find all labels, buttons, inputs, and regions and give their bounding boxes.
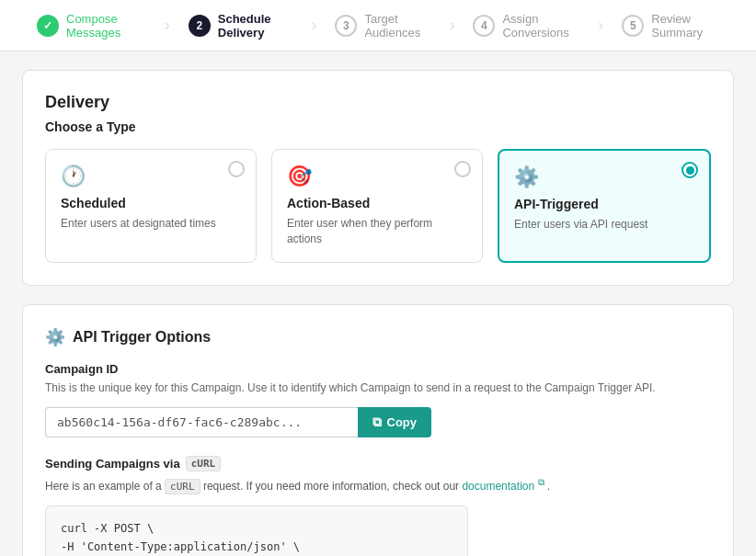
documentation-link-text: documentation — [462, 480, 534, 493]
sending-via-row: Sending Campaigns via cURL — [45, 456, 711, 471]
scheduled-title: Scheduled — [61, 196, 241, 210]
api-triggered-desc: Enter users via API request — [514, 217, 694, 233]
action-based-icon: 🎯 — [287, 165, 467, 188]
campaign-id-desc: This is the unique key for this Campaign… — [45, 380, 711, 396]
api-triggered-title: API-Triggered — [514, 197, 694, 211]
nav-step-schedule[interactable]: 2 Schedule Delivery — [174, 12, 308, 40]
type-option-action-based[interactable]: 🎯 Action-Based Enter user when they perf… — [271, 149, 483, 263]
copy-button-label: Copy — [387, 415, 418, 429]
api-trigger-title: API Trigger Options — [73, 329, 211, 346]
sending-desc: Here is an example of a cURL request. If… — [45, 475, 711, 495]
api-triggered-icon: ⚙️ — [514, 165, 694, 189]
sending-desc-suffix: request. If you need more information, c… — [203, 480, 459, 493]
api-trigger-card: ⚙️ API Trigger Options Campaign ID This … — [22, 304, 734, 556]
top-navigation: ✓ Compose Messages › 2 Schedule Delivery… — [0, 0, 756, 51]
step-label-compose: Compose Messages — [66, 12, 146, 40]
delivery-title: Delivery — [45, 93, 711, 112]
step-num-schedule: 2 — [189, 15, 211, 37]
code-line-2: -H 'Content-Type:application/json' \ — [61, 538, 452, 556]
action-based-desc: Enter user when they perform actions — [287, 216, 467, 247]
radio-api-triggered[interactable] — [682, 162, 698, 178]
type-options-container: 🕐 Scheduled Enter users at designated ti… — [45, 149, 711, 263]
nav-step-compose[interactable]: ✓ Compose Messages — [22, 12, 161, 40]
step-label-review: Review Summary — [651, 12, 719, 40]
code-line-1: curl -X POST \ — [61, 519, 452, 538]
action-based-title: Action-Based — [287, 196, 467, 210]
type-option-scheduled[interactable]: 🕐 Scheduled Enter users at designated ti… — [45, 149, 257, 263]
code-block: curl -X POST \ -H 'Content-Type:applicat… — [45, 505, 468, 556]
copy-icon: ⧉ — [372, 414, 382, 430]
external-link-icon: ⧉ — [538, 477, 544, 487]
campaign-id-input[interactable] — [45, 407, 358, 437]
step-num-review: 5 — [622, 15, 644, 37]
campaign-id-label: Campaign ID — [45, 362, 711, 376]
api-trigger-header: ⚙️ API Trigger Options — [45, 327, 711, 347]
gear-icon: ⚙️ — [45, 327, 65, 347]
nav-divider-3: › — [445, 16, 458, 35]
curl-badge: cURL — [186, 456, 222, 471]
scheduled-icon: 🕐 — [61, 165, 241, 188]
step-label-assign: Assign Conversions — [502, 12, 579, 40]
step-num-target: 3 — [335, 15, 357, 37]
radio-scheduled[interactable] — [228, 161, 245, 177]
nav-step-target[interactable]: 3 Target Audiences — [320, 12, 445, 40]
documentation-link[interactable]: documentation ⧉ — [462, 480, 546, 493]
sending-via-label: Sending Campaigns via — [45, 457, 180, 471]
main-content: Delivery Choose a Type 🕐 Scheduled Enter… — [0, 51, 756, 556]
copy-button[interactable]: ⧉ Copy — [358, 407, 432, 437]
step-label-schedule: Schedule Delivery — [218, 12, 293, 40]
curl-inline-badge: cURL — [165, 479, 200, 494]
step-num-compose: ✓ — [37, 15, 59, 37]
nav-step-assign[interactable]: 4 Assign Conversions — [458, 12, 594, 40]
choose-type-label: Choose a Type — [45, 119, 711, 134]
nav-step-review[interactable]: 5 Review Summary — [607, 12, 734, 40]
nav-divider-1: › — [161, 16, 174, 35]
step-label-target: Target Audiences — [364, 12, 430, 40]
sending-desc-prefix: Here is an example of a — [45, 480, 162, 493]
delivery-card: Delivery Choose a Type 🕐 Scheduled Enter… — [22, 70, 734, 286]
scheduled-desc: Enter users at designated times — [61, 216, 241, 232]
campaign-id-row: ⧉ Copy — [45, 407, 431, 437]
nav-divider-4: › — [594, 16, 607, 35]
type-option-api-triggered[interactable]: ⚙️ API-Triggered Enter users via API req… — [498, 149, 711, 263]
radio-action-based[interactable] — [454, 161, 471, 177]
step-num-assign: 4 — [473, 15, 495, 37]
nav-divider-2: › — [307, 16, 320, 35]
